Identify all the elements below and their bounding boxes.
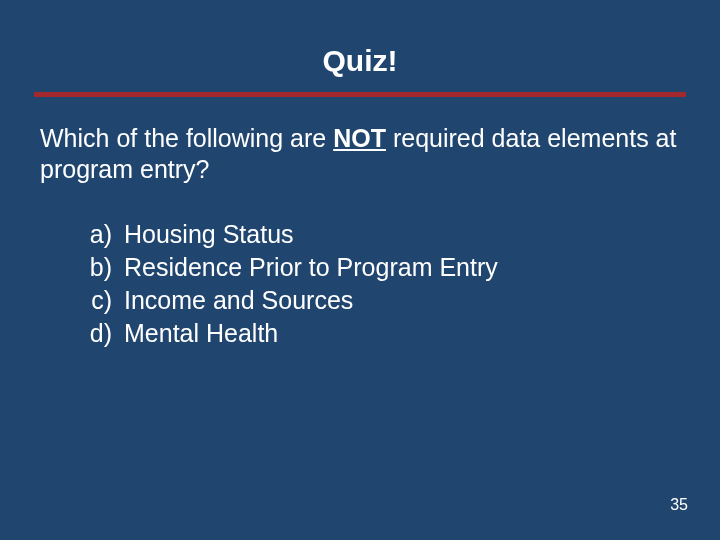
page-number: 35 [670,496,688,514]
option-marker: d) [76,317,124,350]
option-marker: a) [76,218,124,251]
question-emphasis: NOT [333,124,386,152]
option-d: d) Mental Health [76,317,720,350]
options-list: a) Housing Status b) Residence Prior to … [76,218,720,350]
option-marker: c) [76,284,124,317]
option-a: a) Housing Status [76,218,720,251]
option-text: Mental Health [124,317,720,350]
option-marker: b) [76,251,124,284]
option-b: b) Residence Prior to Program Entry [76,251,720,284]
option-c: c) Income and Sources [76,284,720,317]
question-pre: Which of the following are [40,124,333,152]
question-text: Which of the following are NOT required … [40,123,680,184]
option-text: Income and Sources [124,284,720,317]
slide-title: Quiz! [0,0,720,92]
option-text: Residence Prior to Program Entry [124,251,720,284]
title-divider [34,92,686,97]
option-text: Housing Status [124,218,720,251]
